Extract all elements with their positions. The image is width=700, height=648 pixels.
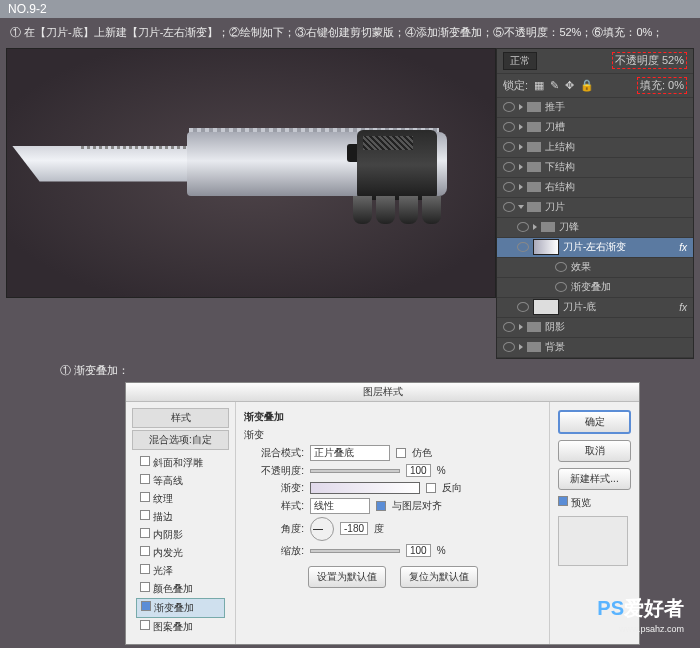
opacity-input[interactable]: 100 xyxy=(406,464,431,477)
fx-badge[interactable]: fx xyxy=(679,302,687,313)
style-checkbox[interactable] xyxy=(140,582,150,592)
canvas[interactable] xyxy=(6,48,496,298)
layer-row[interactable]: 上结构 xyxy=(497,138,693,158)
lock-label: 锁定: xyxy=(503,78,528,93)
lock-icon[interactable]: ▦ xyxy=(534,79,544,92)
layer-name: 刀片 xyxy=(545,200,565,214)
layer-thumb[interactable] xyxy=(533,299,559,315)
folder-icon xyxy=(527,182,541,192)
layer-row[interactable]: 右结构 xyxy=(497,178,693,198)
visibility-icon[interactable] xyxy=(503,202,515,212)
blend-label: 混合模式: xyxy=(244,446,304,460)
style-item[interactable]: 颜色叠加 xyxy=(136,580,225,598)
style-item[interactable]: 图案叠加 xyxy=(136,618,225,636)
layer-name: 刀片-底 xyxy=(563,300,596,314)
style-checkbox[interactable] xyxy=(140,546,150,556)
set-default-button[interactable]: 设置为默认值 xyxy=(308,566,386,588)
reverse-checkbox[interactable] xyxy=(426,483,436,493)
blend-select[interactable]: 正片叠底 xyxy=(310,445,390,461)
visibility-icon[interactable] xyxy=(555,262,567,272)
expand-icon[interactable] xyxy=(519,124,523,130)
layer-row[interactable]: 背景 xyxy=(497,338,693,358)
effect-row[interactable]: 渐变叠加 xyxy=(497,278,693,298)
reset-default-button[interactable]: 复位为默认值 xyxy=(400,566,478,588)
opacity-value[interactable]: 52% xyxy=(662,54,684,66)
expand-icon[interactable] xyxy=(533,224,537,230)
style-label: 样式: xyxy=(244,499,304,513)
style-checkbox[interactable] xyxy=(140,474,150,484)
fill-value[interactable]: 0% xyxy=(668,79,684,91)
visibility-icon[interactable] xyxy=(555,282,567,292)
style-checkbox[interactable] xyxy=(140,492,150,502)
effect-row[interactable]: 效果 xyxy=(497,258,693,278)
blend-header[interactable]: 混合选项:自定 xyxy=(132,430,229,450)
visibility-icon[interactable] xyxy=(517,222,529,232)
visibility-icon[interactable] xyxy=(517,302,529,312)
layer-row[interactable]: 刀锋 xyxy=(497,218,693,238)
align-checkbox[interactable] xyxy=(376,501,386,511)
style-item[interactable]: 内阴影 xyxy=(136,526,225,544)
dither-label: 仿色 xyxy=(412,446,432,460)
cancel-button[interactable]: 取消 xyxy=(558,440,631,462)
gradient-preview[interactable] xyxy=(310,482,420,494)
style-item[interactable]: 斜面和浮雕 xyxy=(136,454,225,472)
layer-thumb[interactable] xyxy=(533,239,559,255)
styles-header[interactable]: 样式 xyxy=(132,408,229,428)
ok-button[interactable]: 确定 xyxy=(558,410,631,434)
expand-icon[interactable] xyxy=(519,344,523,350)
blend-mode-select[interactable]: 正常 xyxy=(503,52,537,70)
lock-icon[interactable]: ✥ xyxy=(565,79,574,92)
lock-icon[interactable]: ✎ xyxy=(550,79,559,92)
subheading: ① 渐变叠加： xyxy=(0,359,700,382)
style-select[interactable]: 线性 xyxy=(310,498,370,514)
style-checkbox[interactable] xyxy=(140,510,150,520)
layers-panel: 正常 不透明度 52% 锁定: ▦ ✎ ✥ 🔒 填充: 0% 推手刀槽上结构下结… xyxy=(496,48,694,359)
visibility-icon[interactable] xyxy=(503,102,515,112)
style-item[interactable]: 描边 xyxy=(136,508,225,526)
expand-icon[interactable] xyxy=(518,205,524,209)
style-checkbox[interactable] xyxy=(140,456,150,466)
lock-icon[interactable]: 🔒 xyxy=(580,79,594,92)
opacity-slider[interactable] xyxy=(310,469,400,473)
visibility-icon[interactable] xyxy=(503,122,515,132)
style-item[interactable]: 内发光 xyxy=(136,544,225,562)
expand-icon[interactable] xyxy=(519,144,523,150)
expand-icon[interactable] xyxy=(519,164,523,170)
fill-label: 填充: xyxy=(640,79,665,91)
style-item[interactable]: 等高线 xyxy=(136,472,225,490)
scale-input[interactable]: 100 xyxy=(406,544,431,557)
dither-checkbox[interactable] xyxy=(396,448,406,458)
layer-row[interactable]: 下结构 xyxy=(497,158,693,178)
style-item[interactable]: 渐变叠加 xyxy=(136,598,225,618)
angle-input[interactable]: -180 xyxy=(340,522,368,535)
effect-name: 效果 xyxy=(571,260,591,274)
style-item[interactable]: 光泽 xyxy=(136,562,225,580)
section-title: 渐变叠加 xyxy=(244,410,541,424)
layer-row[interactable]: 推手 xyxy=(497,98,693,118)
layer-row[interactable]: 刀片 xyxy=(497,198,693,218)
style-checkbox[interactable] xyxy=(141,601,151,611)
fx-badge[interactable]: fx xyxy=(679,242,687,253)
layer-row[interactable]: 刀槽 xyxy=(497,118,693,138)
style-checkbox[interactable] xyxy=(140,620,150,630)
expand-icon[interactable] xyxy=(519,104,523,110)
style-checkbox[interactable] xyxy=(140,528,150,538)
visibility-icon[interactable] xyxy=(517,242,529,252)
new-style-button[interactable]: 新建样式... xyxy=(558,468,631,490)
expand-icon[interactable] xyxy=(519,324,523,330)
style-item[interactable]: 纹理 xyxy=(136,490,225,508)
layer-row[interactable]: 阴影 xyxy=(497,318,693,338)
knife-illustration xyxy=(7,118,427,228)
layer-row[interactable]: 刀片-左右渐变fx xyxy=(497,238,693,258)
layer-row[interactable]: 刀片-底fx xyxy=(497,298,693,318)
angle-dial[interactable] xyxy=(310,517,334,541)
visibility-icon[interactable] xyxy=(503,342,515,352)
visibility-icon[interactable] xyxy=(503,142,515,152)
scale-slider[interactable] xyxy=(310,549,400,553)
style-checkbox[interactable] xyxy=(140,564,150,574)
visibility-icon[interactable] xyxy=(503,162,515,172)
visibility-icon[interactable] xyxy=(503,182,515,192)
visibility-icon[interactable] xyxy=(503,322,515,332)
expand-icon[interactable] xyxy=(519,184,523,190)
preview-checkbox[interactable] xyxy=(558,496,568,506)
